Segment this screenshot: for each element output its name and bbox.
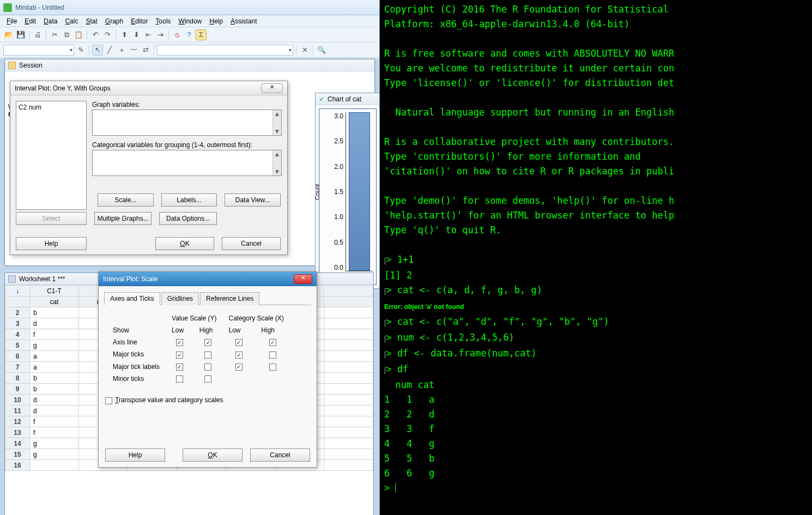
cell[interactable]: b (30, 384, 79, 395)
cell[interactable] (324, 384, 373, 395)
menu-data[interactable]: Data (40, 16, 60, 26)
draw-icon[interactable]: ╱ (104, 45, 115, 56)
sigma-icon[interactable]: Σ (196, 29, 207, 40)
cell[interactable] (324, 373, 373, 384)
cell[interactable]: b (30, 373, 79, 384)
print-icon[interactable]: 🖨 (32, 29, 43, 40)
redo-icon[interactable]: ↷ (102, 29, 113, 40)
row-header[interactable]: 13 (5, 427, 30, 438)
checkbox[interactable] (176, 363, 183, 371)
cell[interactable] (324, 460, 373, 471)
row-header[interactable]: 11 (5, 405, 30, 416)
checkbox[interactable] (204, 352, 211, 359)
cell[interactable] (324, 340, 373, 351)
close-icon[interactable]: ✕ (299, 45, 310, 56)
swap-icon[interactable]: ⇄ (140, 45, 151, 56)
nav-up-icon[interactable]: ⬆ (119, 29, 130, 40)
menu-editor[interactable]: Editor (128, 16, 151, 26)
session-title-bar[interactable]: Session (5, 59, 374, 71)
cell[interactable] (324, 449, 373, 460)
col-name[interactable]: cat (30, 296, 79, 307)
cell[interactable]: a (30, 362, 79, 373)
scale-ok-button[interactable]: OK (183, 449, 243, 462)
scrollbar[interactable]: ▲▼ (272, 110, 281, 135)
row-header[interactable]: 6 (5, 351, 30, 362)
menu-edit[interactable]: Edit (21, 16, 39, 26)
data-view-button[interactable]: Data View... (225, 193, 281, 207)
ok-button[interactable]: OK (155, 237, 214, 250)
menu-calc[interactable]: Calc (62, 16, 81, 26)
row-header[interactable]: 15 (5, 449, 30, 460)
nav-down-icon[interactable]: ⬇ (131, 29, 142, 40)
cell[interactable]: d (30, 318, 79, 329)
graph-variables-input[interactable]: ▲▼ (92, 110, 282, 136)
scrollbar[interactable]: ▲▼ (272, 150, 281, 175)
scale-dialog-titlebar[interactable]: Interval Plot: Scale ✕ (99, 272, 317, 286)
row-header[interactable]: 2 (5, 307, 30, 318)
cell[interactable] (324, 395, 373, 405)
cell[interactable]: a (30, 351, 79, 362)
interval-dialog-close-button[interactable]: ✕ (261, 83, 283, 93)
row-header[interactable]: 16 (5, 460, 30, 471)
nav-first-icon[interactable]: ⇤ (143, 29, 154, 40)
cell[interactable]: g (30, 438, 79, 449)
cell[interactable]: f (30, 416, 79, 427)
cell[interactable]: d (30, 405, 79, 416)
tab-gridlines[interactable]: Gridlines (161, 292, 199, 305)
brush-icon[interactable]: ✎ (75, 45, 86, 56)
row-header[interactable]: 5 (5, 340, 30, 351)
copy-icon[interactable]: ⧉ (61, 29, 72, 40)
checkbox[interactable] (176, 339, 183, 346)
row-header[interactable]: 3 (5, 318, 30, 329)
r-console[interactable]: Copyright (C) 2016 The R Foundation for … (380, 0, 812, 515)
cancel-button[interactable]: Cancel (222, 237, 281, 250)
menu-file[interactable]: File (3, 16, 20, 26)
interval-dialog-titlebar[interactable]: Interval Plot: One Y, With Groups ✕ (10, 81, 287, 95)
col-header[interactable] (324, 286, 373, 296)
cell[interactable] (324, 362, 373, 373)
menu-stat[interactable]: Stat (82, 16, 100, 26)
help-icon[interactable]: ? (184, 29, 195, 40)
checkbox[interactable] (269, 352, 276, 359)
open-icon[interactable]: 📂 (3, 29, 14, 40)
checkbox[interactable] (269, 363, 276, 371)
listbox-item[interactable]: C2 num (19, 104, 84, 111)
tab-reference-lines[interactable]: Reference Lines (200, 292, 259, 305)
menu-tools[interactable]: Tools (153, 16, 174, 26)
scale-help-button[interactable]: Help (105, 449, 165, 462)
scale-button[interactable]: Scale... (98, 193, 154, 207)
checkbox[interactable] (204, 375, 211, 383)
zigzag-icon[interactable]: 〰 (128, 45, 139, 56)
data-options-button[interactable]: Data Options... (159, 212, 216, 225)
cell[interactable] (324, 438, 373, 449)
row-header[interactable]: 4 (5, 329, 30, 340)
checkbox[interactable] (176, 352, 183, 359)
checkbox[interactable] (204, 363, 211, 371)
cell[interactable] (30, 460, 79, 471)
undo-icon[interactable]: ↶ (90, 29, 101, 40)
tab-axes-ticks[interactable]: Axes and Ticks (104, 292, 160, 305)
menu-assistant[interactable]: Assistant (227, 16, 260, 26)
checkbox[interactable] (235, 352, 243, 359)
cell[interactable] (324, 427, 373, 438)
cell[interactable]: g (30, 340, 79, 351)
cut-icon[interactable]: ✂ (49, 29, 60, 40)
chart-title-bar[interactable]: ✓ Chart of cat (316, 93, 380, 105)
row-header[interactable]: 14 (5, 438, 30, 449)
checkbox[interactable] (204, 339, 211, 346)
cell[interactable]: d (30, 395, 79, 405)
cell[interactable] (324, 416, 373, 427)
checkbox[interactable] (176, 375, 183, 383)
checkbox[interactable] (269, 339, 276, 346)
cancel-icon[interactable]: ⦸ (172, 29, 183, 40)
transpose-checkbox[interactable] (105, 397, 112, 404)
combo-1[interactable] (3, 45, 74, 56)
cell[interactable] (324, 318, 373, 329)
scale-dialog-close-button[interactable]: ✕ (294, 274, 312, 284)
menu-help[interactable]: Help (206, 16, 226, 26)
crosshair-icon[interactable]: ＋ (116, 45, 127, 56)
magnify-icon[interactable]: 🔍 (316, 45, 327, 56)
paste-icon[interactable]: 📋 (73, 29, 84, 40)
variable-listbox[interactable]: C2 num (16, 101, 87, 210)
cell[interactable] (324, 307, 373, 318)
